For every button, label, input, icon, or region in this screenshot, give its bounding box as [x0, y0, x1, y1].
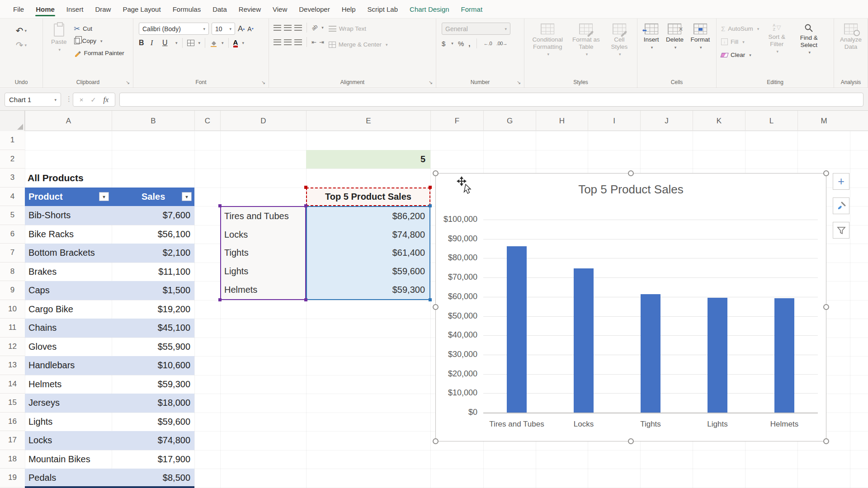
product-name-cell[interactable]: Bottom Brackets: [25, 244, 112, 263]
bar-locks[interactable]: [574, 268, 594, 413]
product-name-cell[interactable]: Lights: [25, 413, 112, 432]
row-header-13[interactable]: 13: [0, 356, 25, 375]
column-header-D[interactable]: D: [220, 111, 306, 131]
autosum-button[interactable]: ΣAutoSum▾: [721, 23, 759, 35]
chart-filters-button[interactable]: [833, 222, 849, 239]
cut-button[interactable]: ✂Cut: [74, 23, 124, 35]
delete-cells-button[interactable]: ✕ Delete▾: [663, 23, 686, 51]
top5-value-cell[interactable]: $61,400: [307, 244, 429, 262]
chart-handle-e[interactable]: [823, 304, 829, 310]
row-header-12[interactable]: 12: [0, 338, 25, 357]
range-handle[interactable]: [218, 298, 222, 301]
sort-filter-button[interactable]: AZ▽ Sort & Filter▾: [763, 23, 791, 61]
menu-tab-insert[interactable]: Insert: [61, 0, 90, 18]
bar-lights[interactable]: [708, 298, 727, 413]
find-select-button[interactable]: Find & Select▾: [794, 23, 823, 61]
orientation-icon[interactable]: ab: [310, 23, 319, 32]
comma-style-icon[interactable]: ,: [468, 40, 470, 47]
fx-icon[interactable]: fx: [104, 96, 109, 104]
product-name-cell[interactable]: Handlebars: [25, 356, 112, 375]
range-handle[interactable]: [304, 298, 307, 301]
product-sales-cell[interactable]: $8,500: [112, 469, 194, 488]
top5-value-cell[interactable]: $59,300: [307, 281, 429, 299]
formula-input[interactable]: [119, 93, 863, 107]
increase-decimal-icon[interactable]: ←.0: [483, 41, 492, 46]
enter-icon[interactable]: ✓: [90, 96, 96, 104]
top5-value-cell[interactable]: $74,800: [307, 225, 429, 244]
row-header-2[interactable]: 2: [0, 150, 25, 169]
bar-helmets[interactable]: [774, 298, 794, 413]
product-name-cell[interactable]: Pedals: [25, 469, 112, 488]
product-name-cell[interactable]: Caps: [25, 281, 112, 300]
copy-button[interactable]: Copy▾: [74, 35, 124, 47]
menu-tab-developer[interactable]: Developer: [293, 0, 335, 18]
menu-tab-home[interactable]: Home: [30, 0, 61, 18]
chart-handle-nw[interactable]: [433, 170, 439, 176]
menu-tab-help[interactable]: Help: [336, 0, 362, 18]
product-row[interactable]: Locks$74,800: [25, 431, 194, 450]
cell-styles-button[interactable]: Cell Styles▾: [605, 23, 633, 57]
product-row[interactable]: Bike Racks$56,100: [25, 225, 194, 244]
product-sales-cell[interactable]: $17,900: [112, 450, 194, 469]
menu-tab-view[interactable]: View: [267, 0, 293, 18]
product-name-cell[interactable]: Chains: [25, 319, 112, 338]
product-sales-cell[interactable]: $11,100: [112, 263, 194, 282]
row-header-9[interactable]: 9: [0, 281, 25, 300]
number-format-select[interactable]: General▾: [442, 23, 510, 35]
bar-tights[interactable]: [641, 294, 660, 413]
column-header-A[interactable]: A: [25, 111, 112, 131]
product-name-cell[interactable]: Jerseys: [25, 394, 112, 413]
product-name-cell[interactable]: Cargo Bike: [25, 300, 112, 319]
product-sales-cell[interactable]: $18,000: [112, 394, 194, 413]
row-header-6[interactable]: 6: [0, 225, 25, 244]
align-center-icon[interactable]: [284, 39, 292, 45]
format-cells-button[interactable]: Format▾: [688, 23, 712, 51]
top5-name-cell[interactable]: Lights: [221, 262, 305, 281]
sales-filter-icon[interactable]: ▾: [182, 192, 192, 201]
product-row[interactable]: Pedals$8,500: [25, 469, 194, 488]
top5-name-cell[interactable]: Tires and Tubes: [221, 207, 305, 225]
top5-header-cell[interactable]: Top 5 Product Sales: [306, 188, 430, 206]
chart-handle-se[interactable]: [823, 438, 829, 444]
menu-tab-formulas[interactable]: Formulas: [167, 0, 207, 18]
insert-cells-button[interactable]: ⬅ Insert▾: [641, 23, 662, 51]
row-header-5[interactable]: 5: [0, 206, 25, 225]
menu-tab-chart-design[interactable]: Chart Design: [404, 0, 455, 18]
chart-elements-button[interactable]: +: [833, 173, 849, 190]
product-row[interactable]: Helmets$59,300: [25, 375, 194, 394]
row-header-15[interactable]: 15: [0, 394, 25, 413]
product-sales-cell[interactable]: $1,500: [112, 281, 194, 300]
column-header-L[interactable]: L: [745, 111, 797, 131]
top5-name-cell[interactable]: Helmets: [221, 281, 305, 299]
chart-styles-button[interactable]: [833, 197, 849, 214]
top-n-cell[interactable]: 5: [306, 150, 430, 169]
sales-column-header[interactable]: Sales ▾: [112, 188, 194, 206]
column-header-I[interactable]: I: [588, 111, 640, 131]
column-header-C[interactable]: C: [194, 111, 220, 131]
top5-name-cell[interactable]: Locks: [221, 225, 305, 244]
align-right-icon[interactable]: [294, 39, 302, 45]
analyze-data-button[interactable]: Analyze Data: [837, 23, 865, 51]
format-painter-button[interactable]: Format Painter: [74, 47, 124, 59]
chart-title[interactable]: Top 5 Product Sales: [436, 183, 826, 197]
bar-tires-and-tubes[interactable]: [507, 246, 527, 413]
product-row[interactable]: Chains$45,100: [25, 319, 194, 338]
row-header-8[interactable]: 8: [0, 263, 25, 282]
select-all-corner[interactable]: [0, 111, 25, 131]
format-as-table-button[interactable]: Format as Table▾: [569, 23, 603, 57]
product-name-cell[interactable]: Bike Racks: [25, 225, 112, 244]
row-header-17[interactable]: 17: [0, 431, 25, 450]
align-top-icon[interactable]: [274, 25, 281, 31]
product-sales-cell[interactable]: $19,200: [112, 300, 194, 319]
product-sales-cell[interactable]: $55,900: [112, 338, 194, 357]
column-header-H[interactable]: H: [536, 111, 588, 131]
product-name-cell[interactable]: Brakes: [25, 263, 112, 282]
italic-button[interactable]: I: [151, 39, 160, 47]
increase-font-button[interactable]: A▴: [238, 24, 245, 33]
column-header-F[interactable]: F: [430, 111, 483, 131]
product-column-header[interactable]: Product ▾: [25, 188, 112, 206]
product-sales-cell[interactable]: $45,100: [112, 319, 194, 338]
range-handle[interactable]: [429, 204, 432, 207]
product-sales-cell[interactable]: $7,600: [112, 206, 194, 225]
fill-button[interactable]: ↓Fill▾: [721, 36, 759, 48]
